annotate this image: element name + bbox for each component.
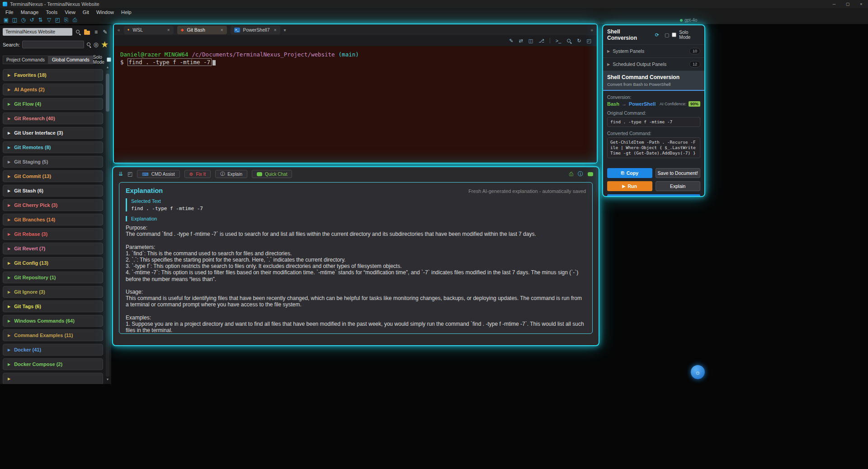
edit-icon[interactable]: ✎ xyxy=(509,38,513,44)
menu-item-help[interactable]: Help xyxy=(118,9,135,15)
quick-chat-button[interactable]: Quick Chat xyxy=(252,170,292,178)
sidebar-category-git-flow[interactable]: ▶Git Flow (4) xyxy=(3,98,103,110)
sidebar-category-favorites[interactable]: ▶Favorites (18) xyxy=(3,69,103,81)
open-folder-icon[interactable]: ▣ xyxy=(2,17,10,23)
close-button[interactable]: × xyxy=(854,0,868,8)
edit-button[interactable]: ✎ xyxy=(102,28,108,36)
terminal-command[interactable]: find . -type f -mtime -7 xyxy=(127,58,212,66)
sidebar-category-git-commit[interactable]: ▶Git Commit (13) xyxy=(3,170,103,182)
tabs-scroll-right-icon[interactable]: » xyxy=(590,28,593,33)
system-panels-group[interactable]: ▶ System Panels 10 xyxy=(603,44,704,57)
maximize-button[interactable]: ▢ xyxy=(841,0,854,8)
sidebar-category-ai-agents[interactable]: ▶AI Agents (2) xyxy=(3,84,103,95)
expand-icon[interactable]: ◰ xyxy=(54,17,61,23)
sidebar-category-git-user-interface[interactable]: ▶Git User Interface (3) xyxy=(3,127,103,139)
fullscreen-icon[interactable]: ◰ xyxy=(587,38,591,44)
collapse-icon[interactable]: ⇊ xyxy=(118,171,123,177)
target-icon[interactable]: ◎ xyxy=(94,41,99,48)
solo-mode-checkbox[interactable] xyxy=(107,57,111,62)
search-icon[interactable] xyxy=(566,38,571,43)
cmd-assist-button[interactable]: ⌨ CMD Assist xyxy=(137,170,179,178)
minimize-button[interactable]: ─ xyxy=(827,0,841,8)
sidebar-category-git-branches[interactable]: ▶Git Branches (14) xyxy=(3,214,103,225)
scrollbar-track[interactable] xyxy=(106,70,109,377)
filter-icon[interactable]: ▽ xyxy=(45,17,53,23)
pin-icon[interactable]: ▢ xyxy=(665,32,669,38)
scroll-down-icon[interactable]: ▼ xyxy=(106,377,109,382)
menu-item-tools[interactable]: Tools xyxy=(42,9,61,15)
tab-global-commands[interactable]: Global Commands xyxy=(48,56,93,64)
close-tab-icon[interactable]: × xyxy=(274,28,277,33)
copy-icon[interactable]: ⎘ xyxy=(62,17,70,23)
compare-icon[interactable]: ⇄ xyxy=(519,38,523,44)
search-input[interactable] xyxy=(22,41,84,48)
open-project-folder-button[interactable] xyxy=(84,28,90,36)
branch-icon[interactable]: ⎇ xyxy=(538,38,544,44)
sidebar-category-git-cherry-pick[interactable]: ▶Git Cherry Pick (3) xyxy=(3,199,103,211)
sidebar-category-git-revert[interactable]: ▶Git Revert (7) xyxy=(3,243,103,254)
tab-project-commands[interactable]: Project Commands xyxy=(3,56,48,64)
copy-button[interactable]: ⎘ Copy xyxy=(607,168,652,178)
sidebar-category-git-rebase[interactable]: ▶Git Rebase (3) xyxy=(3,228,103,240)
list-view-button[interactable]: ≡ xyxy=(93,28,99,36)
sidebar-category-git-tags[interactable]: ▶Git Tags (6) xyxy=(3,300,103,312)
history-icon[interactable]: ↺ xyxy=(28,17,36,23)
scrollbar-thumb[interactable] xyxy=(106,74,109,112)
history-icon[interactable]: ↻ xyxy=(577,38,581,44)
sidebar-category-windows-commands[interactable]: ▶Windows Commands (64) xyxy=(3,315,103,327)
menu-item-view[interactable]: View xyxy=(61,9,79,15)
category-label: Git Branches (14) xyxy=(14,217,55,222)
split-icon[interactable]: ◫ xyxy=(528,38,533,44)
tab-powershell7[interactable]: >_ PowerShell7 × xyxy=(231,26,280,34)
scroll-up-icon[interactable]: ▲ xyxy=(106,65,109,70)
search-icon[interactable] xyxy=(86,42,91,47)
explain-button[interactable]: Explain xyxy=(656,181,701,191)
print-icon[interactable]: ⎙ xyxy=(71,17,79,23)
menu-item-file[interactable]: File xyxy=(2,9,17,15)
terminal-body[interactable]: Daniel@razer MINGW64/c/Documents/Termina… xyxy=(114,46,597,163)
menu-item-git[interactable]: Git xyxy=(79,9,93,15)
sidebar-category-command-examples[interactable]: ▶Command Examples (11) xyxy=(3,329,103,341)
tabs-scroll-left-icon[interactable]: « xyxy=(118,28,120,33)
close-tab-icon[interactable]: × xyxy=(167,28,170,33)
sidebar-category-git-remotes[interactable]: ▶Git Remotes (8) xyxy=(3,141,103,153)
close-tab-icon[interactable]: × xyxy=(221,28,223,33)
sidebar-category-git-research[interactable]: ▶Git Research (40) xyxy=(3,113,103,124)
chat-icon[interactable] xyxy=(588,172,593,176)
sidebar-category-git-ignore[interactable]: ▶Git Ignore (3) xyxy=(3,286,103,298)
print-icon[interactable]: ⎙ xyxy=(569,171,573,177)
explain-button[interactable]: ⓘ Explain xyxy=(215,170,247,178)
sidebar-category-git-stash[interactable]: ▶Git Stash (6) xyxy=(3,185,103,197)
sidebar-category-git-config[interactable]: ▶Git Config (13) xyxy=(3,257,103,269)
regenerate-button[interactable]: Re-generate with AI xyxy=(607,194,700,197)
expand-icon[interactable]: ◰ xyxy=(127,171,132,177)
clock-icon[interactable]: ◷ xyxy=(19,17,27,23)
sidebar-scrollbar[interactable]: ▲ ▼ xyxy=(105,65,110,382)
project-selector[interactable]: TerminalNexus Website xyxy=(3,28,72,36)
favorites-star-icon[interactable]: ★ xyxy=(101,40,108,49)
terminal-prompt-icon[interactable]: >_ xyxy=(556,38,561,43)
sidebar-search-button[interactable] xyxy=(75,28,81,36)
tab-wsl[interactable]: ● WSL × xyxy=(124,26,174,34)
solo-mode-checkbox[interactable] xyxy=(672,33,676,37)
refresh-icon[interactable]: ⟳ xyxy=(655,32,659,38)
save-to-document-button[interactable]: Save to Document! xyxy=(656,168,701,178)
sidebar-category-git-repository[interactable]: ▶Git Repository (1) xyxy=(3,272,103,283)
sidebar-category-docker-compose[interactable]: ▶Docker Compose (2) xyxy=(3,358,103,370)
fix-it-button[interactable]: ⚙ Fix It xyxy=(184,170,211,178)
copy-icon: ⎘ xyxy=(621,171,624,176)
sidebar-category-partial[interactable]: ▶ xyxy=(3,373,103,384)
sidebar-category-docker[interactable]: ▶Docker (41) xyxy=(3,344,103,356)
sort-icon[interactable]: ⇅ xyxy=(37,17,44,23)
menu-item-window[interactable]: Window xyxy=(93,9,118,15)
menu-item-manage[interactable]: Manage xyxy=(17,9,42,15)
run-button[interactable]: ▶ Run xyxy=(607,181,652,191)
assistant-lightbulb-button[interactable]: ☼ xyxy=(691,365,705,379)
tab-git-bash[interactable]: ◆ Git Bash × xyxy=(177,26,227,34)
tab-dropdown-icon[interactable]: ▾ xyxy=(284,28,286,33)
sidebar-category-git-staging[interactable]: ▶Git Staging (5) xyxy=(3,156,103,168)
terminal-command-line[interactable]: $find . -type f -mtime -7 xyxy=(120,58,590,66)
info-icon[interactable]: ⓘ xyxy=(578,170,583,178)
scheduled-output-panels-group[interactable]: ▶ Scheduled Output Panels 12 xyxy=(603,57,704,70)
split-view-icon[interactable]: ◫ xyxy=(11,17,19,23)
